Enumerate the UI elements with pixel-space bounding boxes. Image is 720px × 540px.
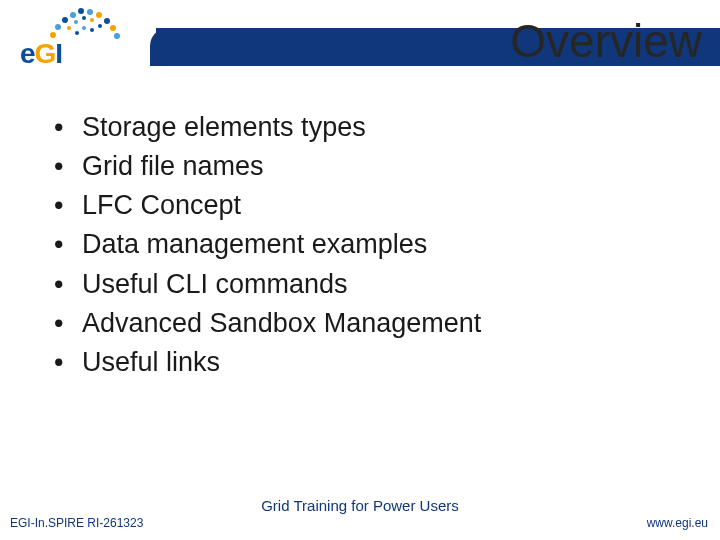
logo-dot-icon	[74, 20, 78, 24]
footer-right: www.egi.eu	[647, 516, 708, 530]
logo-letter-g: G	[35, 38, 56, 69]
list-item: Useful links	[48, 343, 680, 382]
logo-dot-icon	[82, 26, 86, 30]
logo-dot-icon	[82, 16, 86, 20]
list-item: Storage elements types	[48, 108, 680, 147]
footer-center: Grid Training for Power Users	[0, 497, 720, 514]
logo-letter-e: e	[20, 38, 35, 69]
logo-dot-icon	[90, 18, 94, 22]
logo-dot-icon	[87, 9, 93, 15]
logo-dot-icon	[70, 12, 76, 18]
logo-dot-icon	[104, 18, 110, 24]
list-item: Grid file names	[48, 147, 680, 186]
logo-dot-icon	[98, 24, 102, 28]
logo-dot-icon	[67, 26, 71, 30]
logo-dot-icon	[90, 28, 94, 32]
list-item: LFC Concept	[48, 186, 680, 225]
logo-dot-icon	[96, 12, 102, 18]
list-item: Data management examples	[48, 225, 680, 264]
logo-text: eGI	[20, 38, 62, 70]
logo-letter-i: I	[55, 38, 62, 69]
logo-dot-icon	[78, 8, 84, 14]
logo-dot-icon	[114, 33, 120, 39]
header-curve	[150, 28, 174, 66]
footer-left: EGI-In.SPIRE RI-261323	[10, 516, 143, 530]
list-item: Advanced Sandbox Management	[48, 304, 680, 343]
logo-dots-icon	[32, 6, 132, 40]
logo-dot-icon	[62, 17, 68, 23]
logo: eGI	[14, 6, 142, 68]
logo-dot-icon	[55, 24, 61, 30]
list-item: Useful CLI commands	[48, 265, 680, 304]
bullet-list: Storage elements typesGrid file namesLFC…	[48, 108, 680, 382]
page-title: Overview	[510, 14, 702, 68]
logo-dot-icon	[75, 31, 79, 35]
logo-dot-icon	[110, 25, 116, 31]
slide: eGI Overview Storage elements typesGrid …	[0, 0, 720, 540]
